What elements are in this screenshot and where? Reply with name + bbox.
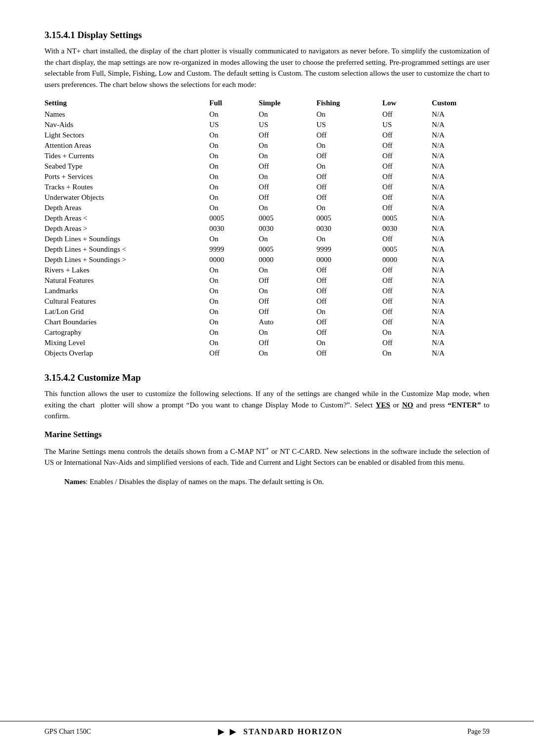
table-row: Light SectorsOnOffOffOffN/A: [44, 130, 490, 140]
table-row: Depth Lines + SoundingsOnOnOnOffN/A: [44, 234, 490, 244]
names-label: Names: [64, 478, 86, 486]
table-row: Seabed TypeOnOffOnOffN/A: [44, 161, 490, 172]
table-cell-4-2: On: [259, 151, 316, 161]
table-cell-13-4: 0005: [382, 244, 432, 255]
table-cell-21-2: On: [259, 327, 316, 338]
table-cell-0-3: On: [316, 109, 382, 120]
table-cell-9-4: Off: [382, 203, 432, 213]
logo-icon: ►►: [216, 725, 239, 738]
page: 3.15.4.1 Display Settings With a NT+ cha…: [0, 0, 534, 756]
table-cell-6-2: On: [259, 172, 316, 182]
table-cell-13-1: 9999: [209, 244, 259, 255]
table-cell-18-5: N/A: [432, 296, 490, 307]
table-cell-23-5: N/A: [432, 348, 490, 358]
section3-body: The Marine Settings menu controls the de…: [44, 445, 490, 468]
table-row: Attention AreasOnOnOnOffN/A: [44, 140, 490, 151]
table-cell-1-2: US: [259, 120, 316, 130]
table-cell-9-2: On: [259, 203, 316, 213]
table-cell-2-5: N/A: [432, 130, 490, 140]
table-cell-23-0: Objects Overlap: [44, 348, 209, 358]
table-cell-0-0: Names: [44, 109, 209, 120]
table-cell-8-0: Underwater Objects: [44, 192, 209, 203]
table-row: CartographyOnOnOffOnN/A: [44, 327, 490, 338]
table-cell-14-5: N/A: [432, 255, 490, 265]
table-cell-17-2: On: [259, 286, 316, 296]
table-cell-23-4: On: [382, 348, 432, 358]
table-cell-19-5: N/A: [432, 307, 490, 317]
table-cell-8-1: On: [209, 192, 259, 203]
table-cell-10-3: 0005: [316, 213, 382, 223]
section2-title: 3.15.4.2 Customize Map: [44, 372, 490, 383]
table-cell-10-5: N/A: [432, 213, 490, 223]
table-cell-19-4: Off: [382, 307, 432, 317]
table-cell-18-0: Cultural Features: [44, 296, 209, 307]
table-cell-17-1: On: [209, 286, 259, 296]
table-cell-15-1: On: [209, 265, 259, 275]
table-cell-6-4: Off: [382, 172, 432, 182]
table-row: Natural FeaturesOnOffOffOffN/A: [44, 275, 490, 286]
table-cell-10-0: Depth Areas <: [44, 213, 209, 223]
table-cell-16-1: On: [209, 275, 259, 286]
table-cell-19-2: Off: [259, 307, 316, 317]
table-cell-1-5: N/A: [432, 120, 490, 130]
section3-title: Marine Settings: [44, 430, 490, 440]
table-cell-14-4: 0000: [382, 255, 432, 265]
enter-label: “ENTER”: [448, 401, 481, 409]
table-row: Ports + ServicesOnOnOffOffN/A: [44, 172, 490, 182]
table-cell-4-1: On: [209, 151, 259, 161]
table-cell-8-4: Off: [382, 192, 432, 203]
settings-table: Setting Full Simple Fishing Low Custom N…: [44, 98, 490, 358]
table-cell-20-1: On: [209, 317, 259, 327]
table-cell-3-4: Off: [382, 140, 432, 151]
table-row: Depth Areas <0005000500050005N/A: [44, 213, 490, 223]
table-row: Lat/Lon GridOnOffOnOffN/A: [44, 307, 490, 317]
table-cell-8-3: Off: [316, 192, 382, 203]
table-cell-0-2: On: [259, 109, 316, 120]
table-cell-13-2: 0005: [259, 244, 316, 255]
table-cell-0-5: N/A: [432, 109, 490, 120]
table-cell-11-2: 0030: [259, 223, 316, 234]
table-cell-21-5: N/A: [432, 327, 490, 338]
table-cell-21-1: On: [209, 327, 259, 338]
table-cell-15-0: Rivers + Lakes: [44, 265, 209, 275]
table-cell-14-1: 0000: [209, 255, 259, 265]
table-row: Rivers + LakesOnOnOffOffN/A: [44, 265, 490, 275]
table-cell-18-2: Off: [259, 296, 316, 307]
table-cell-23-2: On: [259, 348, 316, 358]
table-cell-7-3: Off: [316, 182, 382, 192]
table-cell-10-2: 0005: [259, 213, 316, 223]
table-cell-9-0: Depth Areas: [44, 203, 209, 213]
table-cell-11-0: Depth Areas >: [44, 223, 209, 234]
table-cell-6-5: N/A: [432, 172, 490, 182]
table-cell-22-0: Mixing Level: [44, 338, 209, 348]
table-cell-1-0: Nav-Aids: [44, 120, 209, 130]
table-cell-7-1: On: [209, 182, 259, 192]
table-cell-15-5: N/A: [432, 265, 490, 275]
table-cell-21-0: Cartography: [44, 327, 209, 338]
table-cell-14-0: Depth Lines + Soundings >: [44, 255, 209, 265]
section-title: 3.15.4.1 Display Settings: [44, 30, 490, 41]
table-cell-16-2: Off: [259, 275, 316, 286]
table-cell-16-3: Off: [316, 275, 382, 286]
table-cell-5-5: N/A: [432, 161, 490, 172]
table-cell-2-3: Off: [316, 130, 382, 140]
table-cell-13-5: N/A: [432, 244, 490, 255]
table-cell-19-3: On: [316, 307, 382, 317]
table-row: Cultural FeaturesOnOffOffOffN/A: [44, 296, 490, 307]
table-cell-21-4: On: [382, 327, 432, 338]
table-cell-14-3: 0000: [316, 255, 382, 265]
table-cell-0-1: On: [209, 109, 259, 120]
table-cell-20-0: Chart Boundaries: [44, 317, 209, 327]
footer-left: GPS Chart 150C: [44, 728, 91, 736]
footer-page: Page 59: [467, 728, 490, 736]
table-cell-4-3: Off: [316, 151, 382, 161]
table-cell-0-4: Off: [382, 109, 432, 120]
table-cell-5-1: On: [209, 161, 259, 172]
table-cell-12-1: On: [209, 234, 259, 244]
table-row: Depth AreasOnOnOnOffN/A: [44, 203, 490, 213]
table-cell-3-1: On: [209, 140, 259, 151]
table-cell-19-1: On: [209, 307, 259, 317]
table-cell-2-2: Off: [259, 130, 316, 140]
section2-body: This function allows the user to customi…: [44, 388, 490, 422]
table-cell-3-5: N/A: [432, 140, 490, 151]
